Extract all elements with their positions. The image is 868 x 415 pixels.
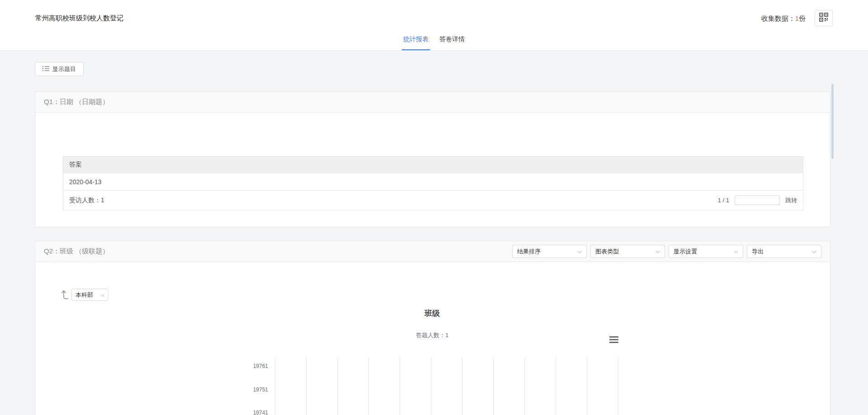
chevron-down-icon [812, 248, 816, 255]
q2-toolbar: 结果排序 图表类型 显示设置 [512, 245, 821, 258]
chart-type-select[interactable]: 图表类型 [590, 245, 665, 258]
cascade-selected-label: 本科部 [75, 291, 93, 299]
collect-count: 1 [795, 14, 799, 22]
question-card-q2: Q2：班级 （级联题） 结果排序 图表类型 显示设置 [35, 241, 830, 415]
collect-unit: 份 [799, 14, 806, 22]
chart-gridline [275, 358, 275, 415]
chart-gridline [587, 358, 587, 415]
chart-gridline [556, 358, 556, 415]
chart-gridline [337, 358, 338, 415]
tab-answer-details[interactable]: 答卷详情 [438, 35, 466, 50]
chevron-down-icon [734, 248, 738, 255]
class-bar-chart: 班级 答题人数：1 19761197511974119731 [240, 307, 624, 415]
vertical-scrollbar-thumb[interactable] [831, 84, 834, 159]
collect-data-summary: 收集数据：1份 [761, 14, 806, 23]
page-jump-button[interactable]: 跳转 [785, 196, 797, 205]
table-header-row: 答案 [63, 157, 803, 173]
drill-up-icon[interactable] [61, 289, 69, 302]
pagination: 1 / 1 跳转 [718, 196, 797, 205]
table-header-label: 答案 [69, 161, 82, 169]
survey-report-page: 常州高职校班级到校人数登记 收集数据：1份 统计报表 [0, 0, 868, 415]
chart-gridline [431, 358, 431, 415]
show-questions-label: 显示题目 [52, 65, 76, 73]
display-settings-select[interactable]: 显示设置 [669, 245, 743, 258]
top-bar: 常州高职校班级到校人数登记 收集数据：1份 统计报表 [0, 0, 868, 51]
sort-results-select[interactable]: 结果排序 [512, 245, 587, 258]
collect-label: 收集数据： [761, 14, 795, 22]
sort-results-label: 结果排序 [517, 248, 541, 256]
display-settings-label: 显示设置 [674, 248, 697, 256]
qr-code-icon [819, 13, 828, 24]
question-card-q1: Q1：日期 （日期题） 答案 2020-04-13 受访人数：1 1 / 1 跳… [35, 91, 830, 227]
chart-gridline [524, 358, 525, 415]
q2-title: Q2：班级 （级联题） [44, 247, 109, 256]
page-jump-input[interactable] [735, 196, 780, 205]
list-icon [42, 66, 49, 73]
chart-gridline [368, 358, 369, 415]
tab-statistics-report[interactable]: 统计报表 [402, 35, 430, 50]
q1-header: Q1：日期 （日期题） [35, 92, 830, 113]
table-footer-row: 受访人数：1 1 / 1 跳转 [63, 190, 803, 210]
cascade-level-select[interactable]: 本科部 [71, 289, 108, 301]
y-axis-category-label: 19741 [240, 409, 268, 415]
page-title: 常州高职校班级到校人数登记 [35, 14, 123, 23]
export-select[interactable]: 导出 [747, 245, 821, 258]
chart-gridline [400, 358, 400, 415]
y-axis-category-label: 19761 [240, 363, 268, 370]
page-info: 1 / 1 [718, 197, 729, 204]
y-axis-category-label: 19751 [240, 386, 268, 393]
chevron-down-icon [656, 248, 660, 255]
table-row: 2020-04-13 [63, 173, 803, 190]
respondent-count-label: 受访人数：1 [69, 196, 104, 205]
chart-gridline [618, 358, 618, 415]
q1-title: Q1：日期 （日期题） [44, 98, 109, 106]
q2-header: Q2：班级 （级联题） 结果排序 图表类型 显示设置 [35, 241, 830, 262]
chevron-down-icon [577, 248, 582, 255]
tab-bar: 统计报表 答卷详情 [402, 35, 466, 50]
show-questions-button[interactable]: 显示题目 [35, 62, 84, 76]
qr-code-button[interactable] [815, 10, 833, 26]
chart-type-label: 图表类型 [595, 248, 619, 256]
chevron-down-icon [100, 291, 104, 298]
chart-plot: 19761197511974119731 [240, 307, 624, 415]
answer-value: 2020-04-13 [69, 178, 102, 186]
chart-gridline [462, 358, 462, 415]
chart-gridline [306, 358, 307, 415]
q1-answer-table: 答案 2020-04-13 受访人数：1 1 / 1 跳转 [63, 156, 803, 210]
chart-gridline [493, 358, 494, 415]
export-label: 导出 [752, 248, 764, 256]
